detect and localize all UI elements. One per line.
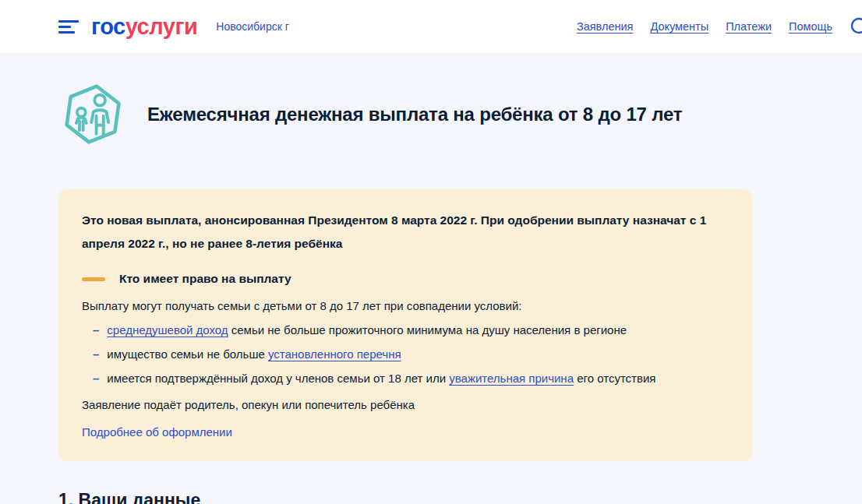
conditions-list: – среднедушевой доход семьи не больше пр… (93, 322, 729, 386)
conditions-intro: Выплату могут получать семьи с детьми от… (82, 299, 729, 312)
main-content: Ежемесячная денежная выплата на ребёнка … (0, 80, 862, 504)
header: госуслуги Новосибирск г Заявления Докуме… (0, 0, 862, 53)
search-icon[interactable] (850, 16, 862, 37)
condition-post: семьи не больше прожиточного минимума на… (228, 323, 627, 337)
service-header: Ежемесячная денежная выплата на ребёнка … (58, 80, 862, 149)
condition-post: его отсутствия (574, 372, 655, 385)
gosuslugi-logo[interactable]: госуслуги (91, 16, 197, 38)
accordion-title: Кто имеет право на выплату (119, 272, 291, 286)
section-title: 1. Ваши данные (58, 490, 862, 504)
logo-part-red: услуги (125, 14, 198, 39)
condition-text: имеется подтверждённый доход у членов се… (107, 371, 655, 386)
accordion-toggle[interactable]: Кто имеет право на выплату (82, 272, 291, 286)
dash-bullet-icon: – (93, 322, 99, 337)
logo-part-blue: гос (91, 14, 125, 39)
info-banner: Это новая выплата, анонсированная Презид… (58, 189, 752, 461)
top-nav: Заявления Документы Платежи Помощь (577, 16, 862, 37)
condition-link-income[interactable]: среднедушевой доход (107, 323, 228, 337)
dash-bullet-icon: – (93, 371, 99, 386)
family-icon (58, 80, 127, 149)
banner-intro-text: Это новая выплата, анонсированная Презид… (82, 209, 729, 256)
list-item: – имеется подтверждённый доход у членов … (93, 371, 729, 386)
condition-text: среднедушевой доход семьи не больше прож… (107, 322, 627, 337)
dash-bullet-icon: – (93, 347, 99, 361)
nav-link-payments[interactable]: Платежи (726, 20, 772, 33)
condition-link-property[interactable]: установленного перечня (268, 347, 401, 361)
location-link[interactable]: Новосибирск г (216, 20, 289, 33)
nav-link-documents[interactable]: Документы (650, 20, 708, 33)
list-item: – имущество семьи не больше установленно… (93, 347, 729, 361)
list-item: – среднедушевой доход семьи не больше пр… (93, 322, 729, 337)
collapse-dash-icon (82, 277, 105, 281)
condition-pre: имущество семьи не больше (107, 347, 268, 361)
page-title: Ежемесячная денежная выплата на ребёнка … (147, 104, 682, 125)
hamburger-icon (58, 20, 79, 33)
more-details-link[interactable]: Подробнее об оформлении (82, 425, 232, 439)
condition-pre: имеется подтверждённый доход у членов се… (107, 372, 449, 385)
nav-link-applications[interactable]: Заявления (577, 20, 634, 33)
condition-text: имущество семьи не больше установленного… (107, 347, 401, 361)
menu-button[interactable] (58, 20, 79, 33)
nav-link-help[interactable]: Помощь (789, 20, 832, 33)
condition-link-reason[interactable]: уважительная причина (449, 372, 574, 385)
applicant-note: Заявление подаёт родитель, опекун или по… (82, 398, 729, 411)
